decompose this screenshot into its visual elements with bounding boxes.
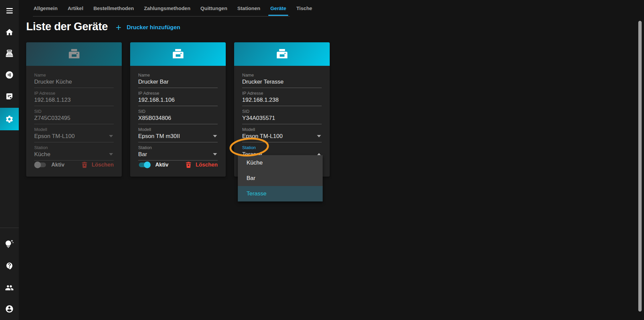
sidebar-item-users[interactable] xyxy=(0,278,19,297)
model-value: Epson TM-L100 xyxy=(242,132,322,140)
sidebar-item-home[interactable] xyxy=(0,23,19,42)
ip-value: 192.168.1.106 xyxy=(138,96,218,104)
printer-card-kueche: Name Drucker Küche IP Adresse 192.168.1.… xyxy=(26,42,122,177)
toggle-on-icon xyxy=(138,162,151,168)
trash-icon xyxy=(82,162,88,168)
station-value: Küche xyxy=(34,150,114,158)
station-label: Station xyxy=(138,145,218,150)
main-content: Allgemein Artikel Bestellmethoden Zahlun… xyxy=(19,0,644,320)
sid-label: SID xyxy=(138,109,218,114)
scrollbar-thumb[interactable] xyxy=(638,21,642,312)
name-value: Drucker Küche xyxy=(34,78,114,86)
name-field[interactable]: Name Drucker Terasse xyxy=(242,73,322,88)
name-field[interactable]: Name Drucker Bar xyxy=(138,73,218,88)
sidebar-item-help[interactable] xyxy=(0,257,19,275)
ip-label: IP Adresse xyxy=(138,91,218,96)
chevron-down-icon xyxy=(109,153,113,155)
sid-label: SID xyxy=(242,109,322,114)
model-select[interactable]: Modell Epson TM m30II xyxy=(138,127,218,142)
station-select[interactable]: Station Küche xyxy=(34,145,114,161)
station-label: Station xyxy=(34,145,114,150)
menu-item-terasse[interactable]: Terasse xyxy=(238,186,323,201)
cash-register-icon xyxy=(5,49,14,58)
name-label: Name xyxy=(34,73,114,78)
plus-icon: + xyxy=(116,23,121,32)
active-toggle-label: Aktiv xyxy=(51,162,64,168)
name-field[interactable]: Name Drucker Küche xyxy=(34,73,114,88)
sid-value: X85B034806 xyxy=(138,114,218,122)
name-label: Name xyxy=(138,73,218,78)
chevron-down-icon xyxy=(213,135,217,137)
ip-label: IP Adresse xyxy=(242,91,322,96)
station-value: Bar xyxy=(138,150,218,158)
sid-value: Z745C032495 xyxy=(34,114,114,122)
ip-value: 192.168.1.238 xyxy=(242,96,322,104)
printer-icon xyxy=(67,48,81,60)
note-icon xyxy=(5,92,13,100)
model-value: Epson TM m30II xyxy=(138,132,218,140)
tab-geraete[interactable]: Geräte xyxy=(270,1,287,16)
model-select[interactable]: Modell Epson TM-L100 xyxy=(34,127,114,142)
sidebar-item-settings[interactable] xyxy=(0,108,19,130)
model-label: Modell xyxy=(34,127,114,132)
menu-item-bar[interactable]: Bar xyxy=(238,171,323,186)
home-icon xyxy=(5,28,14,37)
delete-button[interactable]: Löschen xyxy=(185,162,218,168)
chevron-down-icon xyxy=(317,135,321,137)
station-select[interactable]: Station Bar xyxy=(138,145,218,161)
toggle-off-icon xyxy=(34,162,47,168)
tab-artikel[interactable]: Artikel xyxy=(67,1,84,16)
printer-card-header xyxy=(234,42,330,66)
sidebar-divider xyxy=(0,228,19,228)
tab-tische[interactable]: Tische xyxy=(296,1,313,16)
sidebar xyxy=(0,0,19,320)
name-value: Drucker Terasse xyxy=(242,78,322,86)
account-icon xyxy=(5,305,14,313)
sidebar-item-contactless[interactable] xyxy=(0,65,19,84)
printer-icon xyxy=(171,48,185,60)
active-toggle[interactable]: Aktiv xyxy=(34,162,64,168)
tab-allgemein[interactable]: Allgemein xyxy=(33,1,58,16)
add-printer-label: Drucker hinzufügen xyxy=(127,24,180,31)
ip-value: 192.168.1.123 xyxy=(34,96,114,104)
sidebar-item-notes[interactable] xyxy=(0,87,19,106)
tab-quittungen[interactable]: Quittungen xyxy=(200,1,228,16)
sidebar-item-tips[interactable] xyxy=(0,235,19,254)
ip-label: IP Adresse xyxy=(34,91,114,96)
sidebar-item-account[interactable] xyxy=(0,300,19,318)
trash-icon xyxy=(185,162,192,168)
tips-icon xyxy=(5,240,14,248)
ip-field[interactable]: IP Adresse 192.168.1.123 xyxy=(34,91,114,106)
model-label: Modell xyxy=(242,127,322,132)
tab-bar: Allgemein Artikel Bestellmethoden Zahlun… xyxy=(19,0,644,16)
tab-stationen[interactable]: Stationen xyxy=(237,1,261,16)
sidebar-item-register[interactable] xyxy=(0,44,19,63)
delete-label: Löschen xyxy=(92,162,114,168)
printer-card-terasse: Name Drucker Terasse IP Adresse 192.168.… xyxy=(234,42,330,177)
model-label: Modell xyxy=(138,127,218,132)
sid-field[interactable]: SID X85B034806 xyxy=(138,109,218,124)
help-icon xyxy=(5,262,14,270)
name-value: Drucker Bar xyxy=(138,78,218,86)
printer-card-header xyxy=(26,42,122,66)
sid-field[interactable]: SID Z745C032495 xyxy=(34,109,114,124)
tab-zahlungsmethoden[interactable]: Zahlungsmethoden xyxy=(143,1,191,16)
tab-bestellmethoden[interactable]: Bestellmethoden xyxy=(93,1,135,16)
gear-icon xyxy=(5,115,14,124)
menu-button[interactable] xyxy=(0,1,19,20)
menu-item-kueche[interactable]: Küche xyxy=(238,155,323,171)
model-value: Epson TM-L100 xyxy=(34,132,114,140)
station-dropdown-menu: Küche Bar Terasse xyxy=(238,155,323,201)
active-toggle-label: Aktiv xyxy=(155,162,168,168)
model-select[interactable]: Modell Epson TM-L100 xyxy=(242,127,322,142)
ip-field[interactable]: IP Adresse 192.168.1.238 xyxy=(242,91,322,106)
ip-field[interactable]: IP Adresse 192.168.1.106 xyxy=(138,91,218,106)
sid-label: SID xyxy=(34,109,114,114)
chevron-down-icon xyxy=(213,153,217,155)
sid-field[interactable]: SID Y34A035571 xyxy=(242,109,322,124)
printer-card-header xyxy=(130,42,226,66)
printer-card-bar: Name Drucker Bar IP Adresse 192.168.1.10… xyxy=(130,42,226,177)
delete-button[interactable]: Löschen xyxy=(82,162,114,168)
active-toggle[interactable]: Aktiv xyxy=(138,162,168,168)
add-printer-button[interactable]: + Drucker hinzufügen xyxy=(116,23,180,32)
